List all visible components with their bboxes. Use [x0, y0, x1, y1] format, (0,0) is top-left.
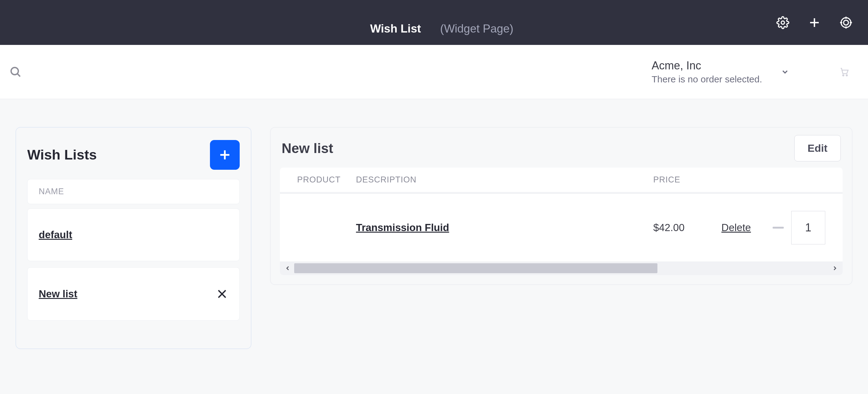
quantity-control: 1 [773, 211, 825, 244]
wish-lists-panel: Wish Lists NAME default New list [16, 127, 251, 349]
wish-lists-column-header: NAME [27, 179, 240, 204]
detail-header: New list Edit [280, 135, 843, 161]
svg-point-4 [843, 20, 848, 25]
table-row: Transmission Fluid $42.00 Delete 1 [280, 194, 843, 262]
account-selector[interactable]: Acme, Inc There is no order selected. [652, 59, 827, 85]
add-wish-list-button[interactable] [210, 140, 240, 170]
horizontal-scrollbar[interactable] [280, 262, 843, 275]
products-table: PRODUCT DESCRIPTION PRICE Transmission F… [280, 168, 843, 275]
product-price: $42.00 [653, 222, 706, 234]
svg-line-10 [17, 74, 20, 77]
col-header-product: PRODUCT [297, 175, 356, 185]
wish-list-link[interactable]: New list [39, 288, 78, 300]
minus-icon[interactable] [773, 227, 784, 229]
svg-point-12 [846, 74, 847, 76]
plus-icon[interactable] [808, 16, 821, 29]
gear-icon[interactable] [776, 16, 789, 29]
chevron-left-icon[interactable] [284, 265, 291, 272]
chevron-down-icon [781, 67, 789, 76]
svg-point-3 [841, 18, 851, 28]
detail-title: New list [282, 141, 333, 156]
svg-point-11 [843, 74, 844, 76]
cart-icon[interactable] [839, 67, 849, 77]
sub-header: Acme, Inc There is no order selected. [0, 45, 868, 99]
delete-link[interactable]: Delete [721, 222, 751, 234]
wish-list-item[interactable]: default [27, 209, 240, 261]
topbar-actions [776, 16, 852, 29]
quantity-input[interactable]: 1 [791, 211, 825, 244]
account-name: Acme, Inc [652, 59, 762, 72]
svg-point-0 [781, 21, 785, 24]
scrollbar-thumb[interactable] [294, 263, 657, 273]
col-header-description: DESCRIPTION [356, 175, 653, 185]
scrollbar-track[interactable] [294, 263, 828, 273]
search-icon[interactable] [9, 66, 22, 78]
wish-list-item[interactable]: New list [27, 267, 240, 321]
wish-list-detail-panel: New list Edit PRODUCT DESCRIPTION PRICE … [270, 127, 852, 285]
wish-list-link[interactable]: default [39, 229, 72, 241]
col-header-price: PRICE [653, 175, 706, 185]
chevron-right-icon[interactable] [832, 265, 838, 272]
close-icon[interactable] [216, 288, 228, 300]
page-title: Wish List (Widget Page) [354, 0, 514, 51]
wish-lists-header: Wish Lists [27, 140, 240, 170]
main-content: Wish Lists NAME default New list New lis… [0, 99, 868, 365]
top-header: Wish List (Widget Page) [0, 0, 868, 45]
account-text: Acme, Inc There is no order selected. [652, 59, 762, 85]
table-header-row: PRODUCT DESCRIPTION PRICE [280, 168, 843, 194]
target-icon[interactable] [839, 16, 852, 29]
svg-point-9 [11, 67, 18, 74]
edit-button[interactable]: Edit [794, 135, 841, 161]
product-name-link[interactable]: Transmission Fluid [356, 222, 449, 233]
page-title-main: Wish List [354, 0, 436, 51]
account-subtext: There is no order selected. [652, 74, 762, 85]
page-title-sub: (Widget Page) [440, 22, 514, 35]
wish-lists-title: Wish Lists [27, 147, 97, 163]
product-description-cell: Transmission Fluid [356, 222, 653, 234]
